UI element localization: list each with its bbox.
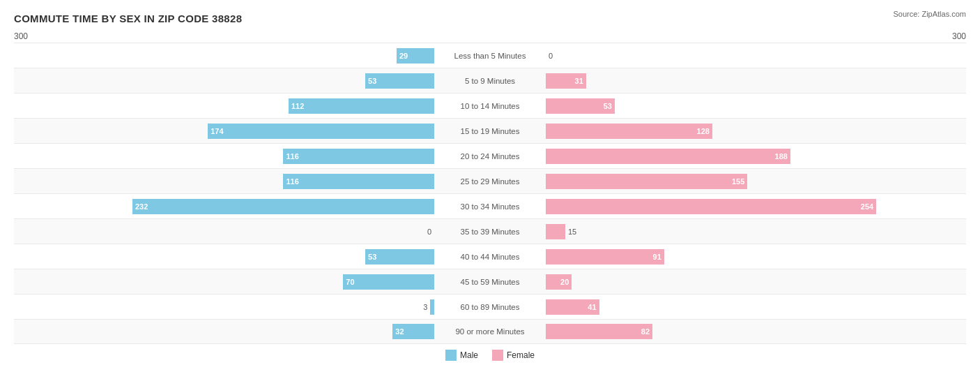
- female-section: 31: [546, 68, 966, 93]
- male-bar: 29: [397, 48, 434, 64]
- male-bar: 116: [283, 174, 434, 189]
- source-label: Source: ZipAtlas.com: [893, 10, 966, 18]
- chart-container: COMMUTE TIME BY SEX IN ZIP CODE 38828 So…: [0, 0, 980, 365]
- female-bar-wrap: 188: [546, 149, 966, 164]
- female-bar-wrap: 91: [546, 249, 966, 265]
- table-row: 11620 to 24 Minutes188: [14, 143, 966, 168]
- male-bar: 32: [392, 324, 434, 339]
- legend-female-box: [492, 350, 503, 361]
- female-section: 0: [546, 43, 966, 68]
- row-label: 60 to 89 Minutes: [434, 303, 546, 311]
- male-value-inside: 29: [399, 52, 408, 60]
- chart-title: COMMUTE TIME BY SEX IN ZIP CODE 38828: [14, 13, 966, 24]
- female-value-inside: 128: [697, 127, 710, 135]
- female-section: 15: [546, 219, 966, 244]
- male-bar-wrap: 53: [14, 73, 434, 89]
- female-bar-wrap: 254: [546, 199, 966, 214]
- legend-female: Female: [492, 350, 535, 361]
- legend: Male Female: [14, 350, 966, 361]
- table-row: 23230 to 34 Minutes254: [14, 193, 966, 218]
- table-row: 3290 or more Minutes82: [14, 319, 966, 344]
- male-value-inside: 112: [291, 102, 304, 110]
- table-row: 035 to 39 Minutes15: [14, 218, 966, 244]
- female-bar-wrap: 82: [546, 324, 966, 339]
- row-label: 30 to 34 Minutes: [434, 202, 546, 211]
- female-value-inside: 254: [861, 202, 873, 211]
- female-value-inside: 31: [575, 77, 583, 85]
- male-section: 70: [14, 269, 434, 294]
- male-bar-wrap: 112: [14, 98, 434, 114]
- male-section: 116: [14, 144, 434, 168]
- male-bar-wrap: 232: [14, 199, 434, 214]
- female-value-inside: 188: [775, 152, 788, 161]
- female-bar-wrap: 155: [546, 174, 966, 189]
- male-section: 0: [14, 219, 434, 244]
- row-label: 40 to 44 Minutes: [434, 253, 546, 261]
- male-bar-wrap: 3: [14, 299, 434, 315]
- female-bar: 82: [546, 324, 652, 339]
- female-bar: 188: [546, 149, 790, 164]
- row-label: Less than 5 Minutes: [434, 52, 546, 60]
- row-label: 5 to 9 Minutes: [434, 77, 546, 85]
- female-bar-wrap: 53: [546, 98, 966, 114]
- male-bar-wrap: 70: [14, 274, 434, 290]
- male-value-outside: 3: [423, 303, 427, 311]
- male-bar: 112: [289, 98, 434, 114]
- female-bar: 53: [546, 98, 615, 114]
- axis-right: 300: [952, 31, 966, 41]
- male-section: 53: [14, 244, 434, 269]
- legend-female-label: Female: [507, 350, 535, 360]
- table-row: 7045 to 59 Minutes20: [14, 269, 966, 294]
- male-section: 232: [14, 194, 434, 218]
- female-value-outside: 15: [568, 228, 576, 236]
- male-value-inside: 116: [286, 177, 298, 186]
- female-value-outside: 0: [549, 52, 553, 60]
- male-section: 53: [14, 68, 434, 93]
- female-bar-wrap: 128: [546, 124, 966, 139]
- male-bar-wrap: 116: [14, 174, 434, 189]
- table-row: 360 to 89 Minutes41: [14, 294, 966, 319]
- axis-left: 300: [14, 31, 28, 41]
- male-value-inside: 232: [135, 202, 148, 211]
- legend-male: Male: [445, 350, 478, 361]
- male-value-inside: 116: [286, 152, 298, 161]
- female-value-inside: 91: [653, 253, 661, 261]
- female-bar: 31: [546, 73, 586, 89]
- table-row: 11210 to 14 Minutes53: [14, 93, 966, 118]
- female-value-inside: 20: [560, 278, 569, 286]
- row-label: 35 to 39 Minutes: [434, 228, 546, 236]
- chart-rows: 29Less than 5 Minutes0535 to 9 Minutes31…: [14, 43, 966, 344]
- male-bar: 232: [132, 199, 434, 214]
- row-label: 15 to 19 Minutes: [434, 127, 546, 135]
- female-section: 41: [546, 295, 966, 319]
- female-bar: 91: [546, 249, 664, 265]
- table-row: 11625 to 29 Minutes155: [14, 168, 966, 193]
- male-value-inside: 70: [346, 278, 354, 286]
- male-bar-wrap: 53: [14, 249, 434, 265]
- male-bar-wrap: 174: [14, 124, 434, 139]
- table-row: 5340 to 44 Minutes91: [14, 244, 966, 269]
- male-bar: 53: [365, 73, 434, 89]
- female-section: 254: [546, 194, 966, 218]
- row-label: 90 or more Minutes: [434, 327, 546, 336]
- female-bar-wrap: 31: [546, 73, 966, 89]
- female-section: 82: [546, 320, 966, 343]
- male-value-inside: 53: [368, 253, 376, 261]
- row-label: 20 to 24 Minutes: [434, 152, 546, 161]
- male-value-inside: 53: [368, 77, 376, 85]
- male-bar-wrap: 116: [14, 149, 434, 164]
- female-value-inside: 53: [604, 102, 612, 110]
- male-value-inside: 174: [210, 127, 223, 135]
- female-section: 188: [546, 144, 966, 168]
- female-bar-wrap: 41: [546, 299, 966, 315]
- male-bar-wrap: 0: [14, 224, 434, 239]
- female-bar: 41: [546, 299, 599, 315]
- row-label: 10 to 14 Minutes: [434, 102, 546, 110]
- axis-labels: 300 300: [14, 31, 966, 41]
- female-bar-wrap: 20: [546, 274, 966, 290]
- male-section: 174: [14, 119, 434, 143]
- legend-male-label: Male: [460, 350, 478, 360]
- table-row: 17415 to 19 Minutes128: [14, 118, 966, 143]
- legend-male-box: [445, 350, 457, 361]
- female-bar: 254: [546, 199, 876, 214]
